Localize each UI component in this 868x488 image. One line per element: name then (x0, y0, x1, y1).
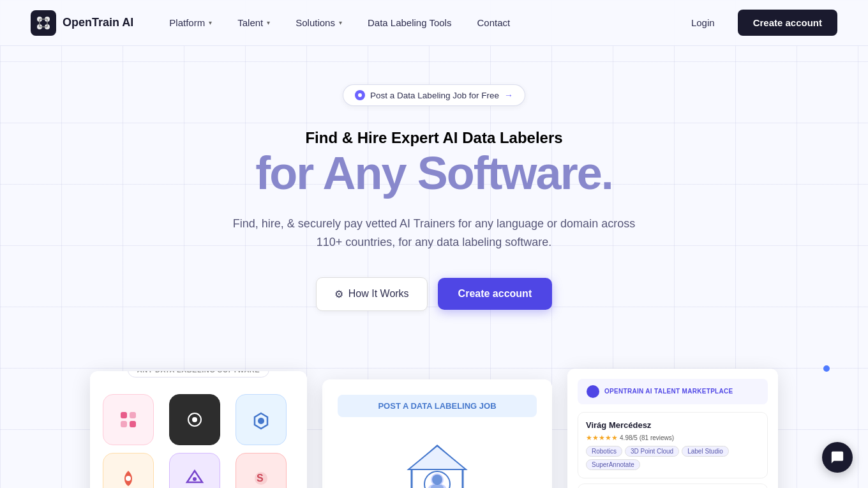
nav-right: Login Create account (678, 10, 837, 36)
talent-marketplace-card: OPENTRAIN AI TALENT MARKETPLACE Virág Me… (567, 369, 778, 488)
gear-icon: ⚙ (334, 288, 343, 300)
svg-point-18 (193, 477, 197, 481)
software-icon-grid: S (103, 384, 294, 488)
solutions-chevron-icon: ▾ (339, 19, 342, 26)
hero-title: Find & Hire Expert AI Data Labelers (305, 129, 562, 147)
navbar: OpenTrain AI Platform ▾ Talent ▾ Solutio… (0, 0, 868, 46)
software-icon-1 (103, 394, 154, 445)
house-icon (399, 436, 475, 488)
svg-rect-9 (121, 412, 127, 418)
marketplace-header: OPENTRAIN AI TALENT MARKETPLACE (578, 379, 768, 404)
software-card-label: ANY DATA LABELING SOFTWARE (128, 371, 269, 377)
talent-name-1: Virág Mercédesz (586, 420, 760, 430)
svg-point-14 (192, 417, 197, 422)
logo-icon (31, 10, 56, 36)
marketplace-logo-icon (587, 385, 599, 398)
svg-point-30 (432, 475, 442, 485)
chat-bubble-button[interactable] (822, 442, 853, 473)
software-icon-2 (169, 394, 220, 445)
svg-rect-11 (121, 421, 127, 427)
software-icon-5 (169, 453, 220, 488)
create-account-nav-button[interactable]: Create account (738, 10, 837, 36)
login-button[interactable]: Login (678, 11, 728, 34)
talent-tag: Robotics (586, 446, 622, 457)
nav-contact[interactable]: Contact (467, 12, 520, 33)
talent-tag: SuperAnnotate (586, 459, 640, 470)
hero-section: Post a Data Labeling Job for Free → Find… (0, 46, 868, 375)
hero-buttons: ⚙ How It Works Create account (316, 277, 552, 311)
hero-description: Find, hire, & securely pay vetted AI Tra… (230, 215, 638, 252)
talent-card-1: Virág Mercédesz ★★★★★ 4.98/5 (81 reviews… (578, 412, 768, 478)
software-icon-3 (236, 394, 287, 445)
talent-tags-1: Robotics 3D Point Cloud Label Studio Sup… (586, 446, 760, 470)
software-icon-6: S (236, 453, 287, 488)
nav-data-labeling[interactable]: Data Labeling Tools (357, 12, 461, 33)
screenshots-area: ANY DATA LABELING SOFTWARE S (0, 369, 868, 488)
nav-talent[interactable]: Talent ▾ (227, 12, 280, 33)
job-form-illustration (338, 430, 537, 488)
post-job-card: POST A DATA LABELING JOB (322, 379, 552, 488)
how-it-works-label: How It Works (348, 288, 409, 300)
nav-solutions[interactable]: Solutions ▾ (285, 12, 352, 33)
hero-subtitle-line: for Any Software. (255, 147, 612, 199)
badge-text: Post a Data Labeling Job for Free (370, 91, 499, 100)
logo-link[interactable]: OpenTrain AI (31, 10, 133, 36)
talent-tag: Label Studio (682, 446, 729, 457)
how-it-works-button[interactable]: ⚙ How It Works (316, 277, 428, 311)
nav-links: Platform ▾ Talent ▾ Solutions ▾ Data Lab… (159, 12, 520, 33)
badge-pill[interactable]: Post a Data Labeling Job for Free → (343, 84, 525, 106)
blue-dot-indicator (823, 365, 830, 372)
svg-text:S: S (257, 473, 264, 484)
talent-card-2: Virág Mercédesz ★★★★★ 4.98/5 (81 reviews… (578, 484, 768, 488)
marketplace-header-text: OPENTRAIN AI TALENT MARKETPLACE (604, 388, 733, 395)
create-account-hero-button[interactable]: Create account (438, 278, 553, 310)
svg-rect-0 (31, 10, 56, 36)
svg-marker-25 (408, 446, 466, 469)
svg-point-16 (126, 476, 131, 481)
talent-rating-1: ★★★★★ 4.98/5 (81 reviews) (586, 434, 760, 442)
nav-platform[interactable]: Platform ▾ (159, 12, 222, 33)
talent-chevron-icon: ▾ (267, 19, 270, 26)
nav-left: OpenTrain AI Platform ▾ Talent ▾ Solutio… (31, 10, 520, 36)
hero-title-line1: Find & Hire Expert AI Data Labelers (305, 129, 562, 146)
software-card: ANY DATA LABELING SOFTWARE S (90, 371, 307, 488)
post-job-header: POST A DATA LABELING JOB (338, 395, 537, 417)
talent-tag: 3D Point Cloud (625, 446, 679, 457)
software-icon-4 (103, 453, 154, 488)
chat-icon (830, 450, 844, 464)
badge-dot-icon (355, 90, 365, 100)
svg-rect-12 (130, 421, 136, 427)
platform-chevron-icon: ▾ (209, 19, 212, 26)
badge-arrow-icon: → (504, 90, 513, 100)
svg-rect-10 (130, 412, 136, 418)
brand-name: OpenTrain AI (63, 16, 133, 29)
svg-point-15 (258, 418, 264, 424)
